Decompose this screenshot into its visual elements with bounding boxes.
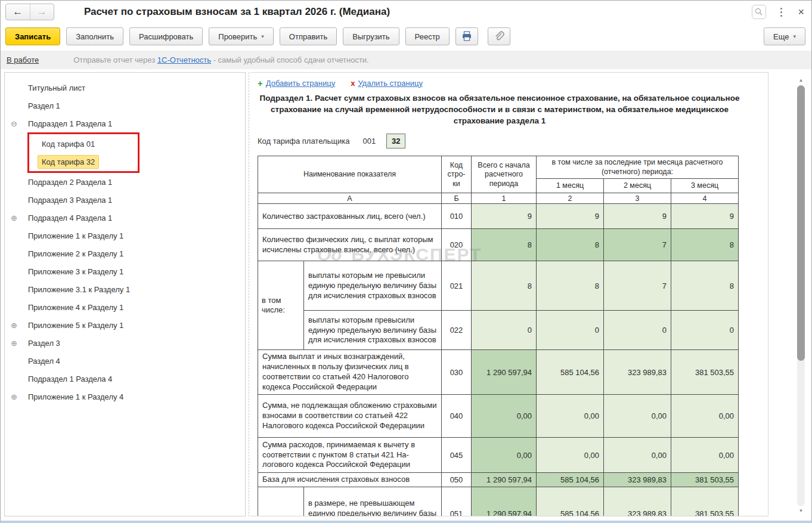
value-cell-050-3[interactable]: 323 989,83	[604, 473, 671, 487]
row-indicator-name: Сумма, не подлежащая обложению страховым…	[258, 395, 442, 438]
value-cell-020-4[interactable]: 8	[671, 229, 739, 261]
status-state-link[interactable]: В работе	[7, 55, 39, 64]
value-cell-051-1[interactable]: 1 290 597,94	[472, 487, 537, 516]
value-cell-045-3[interactable]: 0,00	[604, 438, 671, 473]
sidebar-item-12[interactable]: Приложение 4 к Разделу 1	[5, 298, 245, 316]
sidebar-item-5[interactable]: Подраздел 2 Раздела 1	[5, 173, 245, 191]
sidebar-item-6[interactable]: Подраздел 3 Раздела 1	[5, 191, 245, 209]
value-cell-051-4[interactable]: 381 503,55	[671, 487, 739, 516]
sidebar-item-0[interactable]: Титульный лист	[5, 79, 245, 97]
value-cell-020-3[interactable]: 7	[604, 229, 671, 261]
back-button[interactable]: ←	[6, 4, 30, 20]
more-button[interactable]: Еще ▾	[764, 27, 805, 45]
value-cell-030-4[interactable]: 381 503,55	[671, 350, 739, 395]
form-content: Титульный листРаздел 1⊖Подраздел 1 Разде…	[4, 72, 808, 519]
delete-page-link[interactable]: Удалить страницу	[358, 79, 423, 88]
table-row-021: в том числе:выплаты которым не превысили…	[258, 261, 739, 311]
value-cell-022-1[interactable]: 0	[472, 311, 537, 350]
sidebar-item-2[interactable]: ⊖Подраздел 1 Раздела 1	[5, 114, 245, 132]
sidebar-item-1[interactable]: Раздел 1	[5, 97, 245, 114]
value-cell-010-4[interactable]: 9	[671, 204, 739, 229]
search-icon[interactable]	[752, 5, 766, 19]
value-cell-030-3[interactable]: 323 989,83	[604, 350, 671, 395]
value-cell-045-4[interactable]: 0,00	[671, 438, 739, 473]
unload-button[interactable]: Выгрузить	[343, 27, 399, 45]
sidebar-item-16[interactable]: Подраздел 1 Раздела 4	[5, 370, 245, 388]
value-cell-051-3[interactable]: 323 989,83	[604, 487, 671, 516]
value-cell-040-2[interactable]: 0,00	[537, 395, 604, 438]
sidebar-item-10[interactable]: Приложение 3 к Разделу 1	[5, 262, 245, 280]
save-button[interactable]: Записать	[5, 27, 60, 45]
expand-icon[interactable]: ⊕	[11, 321, 17, 330]
value-cell-040-1[interactable]: 0,00	[472, 395, 537, 438]
sidebar-item-9[interactable]: Приложение 2 к Разделу 1	[5, 245, 245, 262]
send-button[interactable]: Отправить	[280, 27, 337, 45]
explain-button[interactable]: Расшифровать	[129, 27, 203, 45]
value-cell-021-3[interactable]: 7	[604, 261, 671, 311]
panel-splitter[interactable]	[249, 72, 249, 516]
value-cell-050-2[interactable]: 585 104,56	[537, 473, 604, 487]
value-cell-045-2[interactable]: 0,00	[537, 438, 604, 473]
col-header-month-2: 2 месяц	[604, 179, 671, 193]
forward-button[interactable]: →	[30, 4, 54, 20]
print-button[interactable]	[455, 27, 478, 45]
collapse-icon[interactable]: ⊖	[11, 119, 17, 128]
value-cell-022-3[interactable]: 0	[604, 311, 671, 350]
sidebar-item-label: Подраздел 3 Раздела 1	[24, 193, 116, 207]
expand-icon[interactable]: ⊕	[11, 392, 17, 401]
table-row-050: База для исчисления страховых взносов050…	[258, 473, 739, 487]
add-page-link[interactable]: Добавить страницу	[266, 79, 335, 88]
check-button[interactable]: Проверить ▾	[209, 27, 274, 45]
value-cell-020-1[interactable]: 8	[472, 229, 537, 261]
value-cell-021-2[interactable]: 8	[537, 261, 604, 311]
table-row-010: Количество застрахованных лиц, всего (че…	[258, 204, 739, 229]
value-cell-051-2[interactable]: 585 104,56	[537, 487, 604, 516]
scroll-down-icon[interactable]: ▼	[796, 507, 806, 515]
value-cell-021-4[interactable]: 8	[671, 261, 739, 311]
scrollbar-thumb[interactable]	[797, 85, 805, 361]
expand-icon[interactable]: ⊕	[11, 213, 17, 222]
menu-dots-icon[interactable]	[777, 7, 786, 18]
value-cell-010-1[interactable]: 9	[472, 204, 537, 229]
close-icon[interactable]: ×	[796, 7, 805, 17]
sidebar-item-11[interactable]: Приложение 3.1 к Разделу 1	[5, 280, 245, 298]
value-cell-030-1[interactable]: 1 290 597,94	[472, 350, 537, 395]
value-cell-050-4[interactable]: 381 503,55	[671, 473, 739, 487]
sidebar-item-8[interactable]: Приложение 1 к Разделу 1	[5, 227, 245, 245]
col-header-month-1: 1 месяц	[537, 179, 604, 193]
sidebar-item-4[interactable]: Код тарифа 32	[29, 153, 138, 171]
value-cell-022-2[interactable]: 0	[537, 311, 604, 350]
sidebar-item-label: Приложение 4 к Разделу 1	[24, 301, 128, 314]
fill-button[interactable]: Заполнить	[66, 27, 123, 45]
value-cell-050-1[interactable]: 1 290 597,94	[472, 473, 537, 487]
row-indicator-name: Сумма выплат и иных вознаграждений, начи…	[258, 350, 442, 395]
1c-reporting-link[interactable]: 1С-Отчетность	[157, 55, 211, 64]
value-cell-021-1[interactable]: 8	[472, 261, 537, 311]
sidebar-item-label: Код тарифа 01	[38, 137, 99, 151]
tariff-value-field[interactable]: 32	[386, 134, 405, 148]
sidebar-item-3[interactable]: Код тарифа 01	[29, 135, 138, 153]
scroll-up-icon[interactable]: ▲	[796, 77, 806, 84]
row-line-code: 010	[442, 204, 472, 229]
value-cell-010-3[interactable]: 9	[604, 204, 671, 229]
page-title: Расчет по страховым взносам за 1 квартал…	[84, 1, 390, 23]
value-cell-022-4[interactable]: 0	[671, 311, 739, 350]
sidebar-item-17[interactable]: ⊕Приложение 1 к Разделу 4	[5, 388, 245, 406]
sidebar-item-13[interactable]: ⊕Приложение 5 к Разделу 1	[5, 316, 245, 334]
value-cell-030-2[interactable]: 585 104,56	[537, 350, 604, 395]
vertical-scrollbar[interactable]: ▲ ▼	[796, 77, 806, 515]
delete-page-icon: x	[351, 79, 355, 88]
sidebar-item-15[interactable]: Раздел 4	[5, 352, 245, 370]
attach-button[interactable]	[488, 27, 510, 45]
annotation-red-box: Код тарифа 01Код тарифа 32	[27, 132, 140, 173]
registry-button[interactable]: Реестр	[405, 27, 450, 45]
sidebar-item-14[interactable]: ⊕Раздел 3	[5, 334, 245, 352]
value-cell-010-2[interactable]: 9	[537, 204, 604, 229]
expand-icon[interactable]: ⊕	[11, 339, 17, 348]
value-cell-040-3[interactable]: 0,00	[604, 395, 671, 438]
sidebar-item-7[interactable]: ⊕Подраздел 4 Раздела 1	[5, 209, 245, 227]
value-cell-020-2[interactable]: 8	[537, 229, 604, 261]
value-cell-045-1[interactable]: 0,00	[472, 438, 537, 473]
app-window: ← → Расчет по страховым взносам за 1 ква…	[0, 0, 812, 523]
value-cell-040-4[interactable]: 0,00	[671, 395, 739, 438]
